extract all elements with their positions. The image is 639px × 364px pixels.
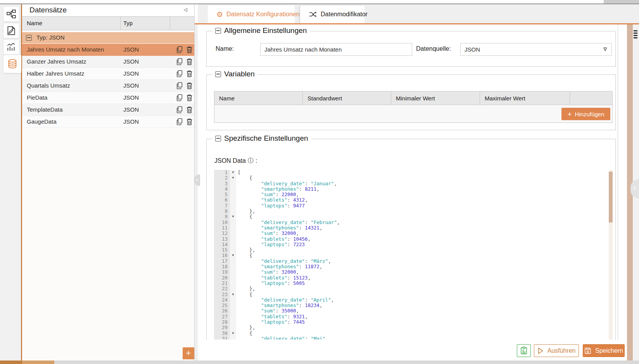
editor-line[interactable]: 1▼[ — [214, 170, 613, 175]
dataset-row[interactable]: Ganzer Jahres Umsatz JSON — [22, 56, 194, 68]
editor-line[interactable]: 16▼ { — [214, 253, 613, 258]
fold-icon[interactable]: ▼ — [230, 292, 236, 297]
trash-icon[interactable] — [186, 106, 193, 114]
copy-icon[interactable] — [176, 118, 183, 126]
sidebar-item-report[interactable] — [3, 23, 19, 38]
editor-line[interactable]: 31 "delivery_date": "Mai" — [214, 336, 613, 340]
dataset-row[interactable]: Halber Jahres Umsatz JSON — [22, 68, 194, 80]
editor-line[interactable]: 12 "sum": 32000, — [214, 231, 613, 236]
section-allgemeine-einstellungen: Allgemeine Einstellungen Name: Datenquel… — [206, 31, 616, 67]
horizontal-scrollbar[interactable] — [0, 361, 639, 364]
editor-line[interactable]: 29 }, — [214, 325, 613, 330]
fold-icon[interactable]: ▼ — [230, 214, 236, 219]
trash-icon[interactable] — [186, 118, 193, 126]
editor-line[interactable]: 27 "tablets": 9321, — [214, 314, 613, 319]
column-divider — [170, 17, 170, 30]
add-variable-button[interactable]: + Hinzufügen — [561, 108, 610, 120]
trash-icon[interactable] — [186, 82, 193, 90]
hierarchy-icon — [6, 9, 16, 19]
editor-scrollbar-track[interactable] — [609, 170, 613, 340]
fold-icon[interactable]: ▼ — [230, 253, 236, 258]
rail-bottom-segment — [0, 361, 22, 364]
clipboard-button[interactable] — [517, 344, 531, 357]
copy-icon[interactable] — [176, 106, 183, 114]
group-row-typ-json[interactable]: Typ: JSON — [22, 32, 194, 43]
editor-line[interactable]: 11 "smartphones": 14321, — [214, 225, 613, 231]
dataset-row[interactable]: Quartals Umsatz JSON — [22, 80, 194, 92]
fold-icon[interactable]: ▼ — [230, 331, 236, 336]
line-number: 18 — [214, 264, 230, 269]
info-icon[interactable]: ⓘ — [248, 157, 254, 164]
editor-line[interactable]: 3 "delivery_date": "Januar", — [214, 181, 613, 186]
fold-icon — [230, 303, 236, 308]
editor-scrollbar-thumb[interactable] — [609, 172, 613, 223]
datenquelle-select[interactable]: JSON ▽ — [460, 43, 612, 56]
json-code-editor[interactable]: 1▼[2▼ {3 "delivery_date": "Januar",4 "sm… — [214, 170, 613, 340]
editor-line[interactable]: 19 "sum": 32000, — [214, 269, 613, 275]
trash-icon[interactable] — [186, 58, 193, 66]
run-button[interactable]: Ausführen — [534, 344, 579, 357]
copy-icon[interactable] — [176, 58, 183, 66]
fold-icon — [230, 192, 236, 197]
editor-line[interactable]: 14 "laptops": 7223 — [214, 242, 613, 247]
top-bar — [0, 0, 639, 4]
panel-splitter[interactable] — [195, 24, 198, 361]
editor-line[interactable]: 4 "smartphones": 8211, — [214, 186, 613, 192]
editor-line[interactable]: 20 "tablets": 15123, — [214, 275, 613, 281]
tab-datensatz-konfigurationen[interactable]: ⚙ Datensatz Konfigurationen — [208, 5, 295, 23]
add-dataset-button[interactable]: + — [183, 347, 194, 359]
editor-line[interactable]: 5 "sum": 22000, — [214, 192, 613, 197]
save-button[interactable]: Speichern — [583, 344, 625, 357]
collapse-section-icon[interactable] — [215, 136, 221, 141]
editor-line[interactable]: 8 }, — [214, 209, 613, 214]
copy-icon[interactable] — [176, 82, 183, 90]
trash-icon[interactable] — [186, 70, 193, 78]
dataset-rows: Jahres Umsatz nach Monaten JSON Ganzer J… — [22, 44, 194, 128]
copy-icon[interactable] — [176, 94, 183, 102]
fold-icon[interactable]: ▼ — [230, 175, 236, 181]
editor-line[interactable]: 22 }, — [214, 286, 613, 292]
collapse-left-icon[interactable]: ◁ — [184, 7, 187, 12]
dataset-row[interactable]: PieData JSON — [22, 92, 194, 104]
editor-line[interactable]: 13 "tablets": 10456, — [214, 236, 613, 242]
editor-line[interactable]: 30▼ { — [214, 331, 613, 336]
app-window: Datensätze ◁ Name Typ Typ: JSON Jahres U… — [0, 0, 639, 364]
editor-line[interactable]: 18 "smartphones": 11872, — [214, 264, 613, 269]
dataset-row[interactable]: TemplateData JSON — [22, 104, 194, 116]
editor-line[interactable]: 10 "delivery_date": "Februar", — [214, 220, 613, 225]
copy-icon[interactable] — [176, 70, 183, 78]
sidebar-item-charts[interactable] — [3, 39, 19, 55]
copy-icon[interactable] — [176, 46, 183, 53]
trash-icon[interactable] — [186, 94, 193, 102]
editor-line[interactable]: 21 "laptops": 5005 — [214, 281, 613, 286]
variables-column-header: Name — [214, 91, 303, 105]
editor-line[interactable]: 7 "laptops": 9477 — [214, 203, 613, 209]
horizontal-scrollbar-thumb[interactable] — [22, 361, 54, 364]
dataset-row[interactable]: Jahres Umsatz nach Monaten JSON — [22, 44, 194, 56]
editor-line[interactable]: 15 }, — [214, 247, 613, 253]
trash-icon[interactable] — [186, 46, 193, 53]
dataset-typ: JSON — [123, 46, 139, 53]
editor-line[interactable]: 28 "laptops": 7445 — [214, 319, 613, 325]
fold-icon[interactable]: ▼ — [230, 170, 236, 175]
collapse-section-icon[interactable] — [215, 71, 221, 77]
sidebar-item-datasets[interactable] — [3, 55, 21, 73]
editor-line[interactable]: 23▼ { — [214, 292, 613, 297]
database-icon — [7, 58, 18, 70]
collapse-section-icon[interactable] — [215, 28, 221, 34]
tab-datenmodifikator[interactable]: Datenmodifikator — [300, 5, 364, 23]
name-field[interactable] — [260, 43, 412, 56]
sidebar-item-hierarchy[interactable] — [3, 6, 19, 22]
editor-line[interactable]: 26 "sum": 35000, — [214, 308, 613, 314]
editor-line[interactable]: 9▼ { — [214, 214, 613, 219]
editor-line[interactable]: 24 "delivery_date": "April", — [214, 297, 613, 303]
editor-line[interactable]: 6 "tablets": 4312, — [214, 197, 613, 203]
editor-line[interactable]: 2▼ { — [214, 175, 613, 181]
chevron-down-icon: ▽ — [604, 47, 607, 52]
dataset-row[interactable]: GaugeData JSON — [22, 116, 194, 128]
editor-line[interactable]: 25 "smartphones": 18234, — [214, 303, 613, 308]
editor-line[interactable]: 17 "delivery_date": "März", — [214, 259, 613, 264]
collapse-group-icon[interactable] — [26, 35, 32, 41]
line-number: 9 — [214, 214, 230, 219]
report-edit-icon — [6, 26, 16, 36]
